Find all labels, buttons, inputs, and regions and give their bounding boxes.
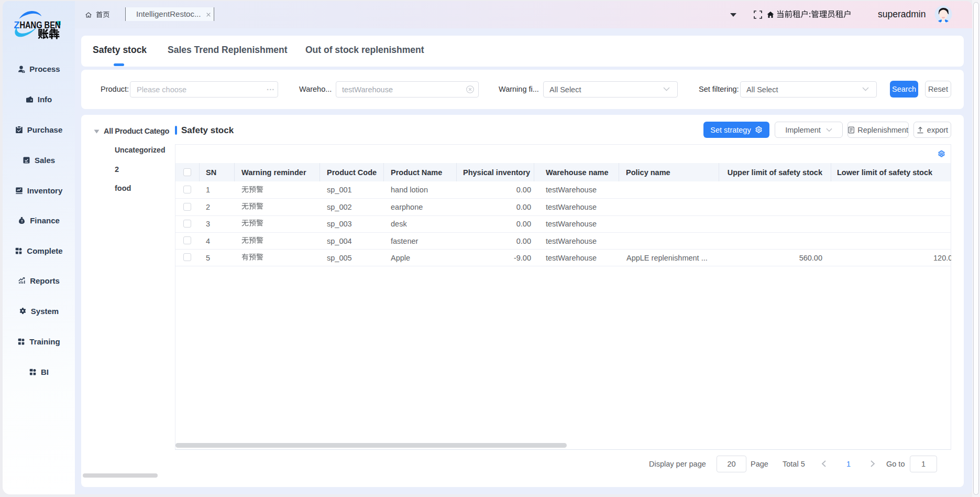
svg-text:Z: Z: [14, 20, 20, 30]
